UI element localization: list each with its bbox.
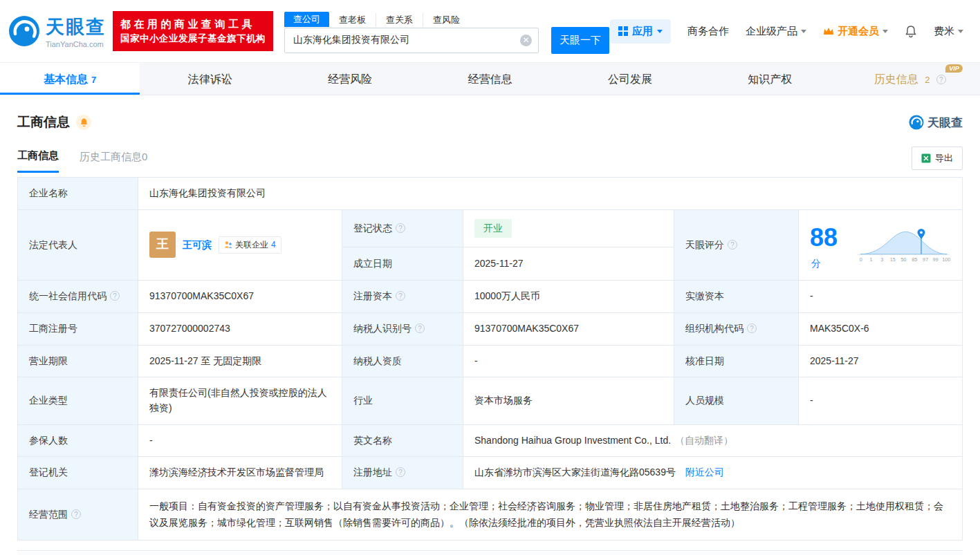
approval-date: 2025-11-27 [810, 355, 859, 366]
reg-authority: 潍坊滨海经济技术开发区市场监督管理局 [149, 467, 324, 478]
subtab-history-business-info[interactable]: 历史工商信息0 [80, 151, 147, 172]
taxpayer-quality: - [474, 355, 478, 366]
business-term: 2025-11-27 至 无固定期限 [149, 355, 261, 366]
tab-operating-info[interactable]: 经营信息 [420, 63, 560, 95]
search-button[interactable]: 天眼一下 [551, 27, 609, 54]
org-code: MAK35C0X-6 [810, 323, 869, 334]
field-label: 营业期限 [29, 355, 68, 366]
help-icon[interactable]: ? [396, 467, 405, 477]
credit-code: 91370700MAK35C0X67 [149, 290, 254, 301]
establish-date: 2025-11-27 [474, 258, 524, 269]
chevron-down-icon [958, 30, 963, 33]
search-tab-relation[interactable]: 查关系 [376, 13, 423, 27]
score-unit: 分 [811, 258, 821, 269]
field-label: 核准日期 [685, 355, 724, 366]
svg-text:1: 1 [869, 257, 872, 263]
tab-basic-info[interactable]: 基本信息7 [0, 63, 140, 95]
table-row: 工商注册号 370727000002743 纳税人识别号? 91370700MA… [18, 312, 963, 345]
grid-icon [618, 26, 628, 36]
table-row: 法定代表人 王 王可滨 关联企业 [18, 209, 963, 247]
clear-search-icon[interactable]: ✕ [520, 35, 532, 46]
tab-legal-proceedings[interactable]: 法律诉讼 [140, 63, 279, 95]
watermark-logo: 天眼查 [909, 115, 963, 131]
business-scope: 一般项目：自有资金投资的资产管理服务；以自有资金从事投资活动；企业管理；社会经济… [149, 500, 943, 529]
table-row: 统一社会信用代码? 91370700MAK35C0X67 注册资本? 10000… [18, 281, 963, 313]
svg-text:3: 3 [880, 257, 883, 263]
subtab-business-info[interactable]: 工商信息 [17, 149, 59, 173]
field-label: 成立日期 [353, 258, 392, 269]
field-label: 法定代表人 [29, 239, 77, 250]
menu-business-cooperation[interactable]: 商务合作 [687, 25, 729, 38]
help-icon[interactable]: ? [71, 509, 81, 519]
table-row: 经营范围? 一般项目：自有资金投资的资产管理服务；以自有资金从事投资活动；企业管… [18, 489, 963, 540]
monitor-bell-button[interactable] [76, 115, 91, 130]
help-icon[interactable]: ? [747, 323, 757, 333]
brand-logo[interactable]: 天眼查 TianYanCha.com [8, 15, 106, 48]
menu-enterprise-products[interactable]: 企业级产品 [746, 25, 806, 38]
search-tab-boss[interactable]: 查老板 [329, 13, 376, 27]
search-input[interactable] [285, 28, 538, 53]
field-label: 组织机构代码 [685, 323, 743, 334]
search-tab-company[interactable]: 查公司 [284, 12, 329, 27]
field-label: 工商注册号 [29, 323, 77, 334]
svg-text:85: 85 [912, 257, 917, 263]
help-icon[interactable]: ? [396, 291, 405, 301]
table-row: 企业类型 有限责任公司(非自然人投资或控股的法人独资) 行业 资本市场服务 人员… [18, 377, 963, 424]
legal-rep-link[interactable]: 王可滨 [183, 238, 212, 253]
tab-operating-risk[interactable]: 经营风险 [280, 63, 420, 95]
help-icon[interactable]: ? [110, 291, 120, 301]
search-tabs: 查公司 查老板 查关系 查风险 [284, 12, 609, 27]
field-label: 参保人数 [29, 435, 68, 446]
tianyancha-logo-icon [8, 15, 40, 47]
help-icon[interactable]: ? [728, 240, 737, 250]
export-button[interactable]: 导出 [912, 147, 963, 170]
field-label: 登记机关 [29, 467, 68, 478]
tab-history-info[interactable]: 历史信息 2 ? VIP [840, 63, 980, 95]
header-menu: 应用 商务合作 企业级产品 开通会员 费米 [610, 19, 963, 44]
tab-count: 7 [91, 75, 96, 85]
business-info-table: 企业名称 山东海化集团投资有限公司 法定代表人 王 王可滨 [17, 177, 963, 540]
table-row: 企业名称 山东海化集团投资有限公司 [18, 178, 963, 210]
tianyancha-logo-icon [909, 115, 924, 130]
field-label: 人员规模 [685, 395, 724, 406]
chevron-down-icon [657, 30, 663, 33]
tab-intellectual-property[interactable]: 知识产权 [700, 63, 840, 95]
menu-open-vip[interactable]: 开通会员 [823, 25, 888, 38]
user-menu[interactable]: 费米 [934, 25, 963, 38]
field-label: 纳税人识别号 [353, 323, 412, 334]
related-companies-icon [224, 241, 232, 249]
taxpayer-id: 91370700MAK35C0X67 [474, 323, 579, 334]
svg-text:50: 50 [900, 257, 906, 263]
chevron-down-icon [882, 30, 888, 33]
avatar[interactable]: 王 [149, 232, 176, 258]
promo-line-2: 国家中小企业发展子基金旗下机构 [120, 32, 266, 46]
reg-number: 370727000002743 [149, 323, 230, 334]
notifications-bell[interactable] [905, 25, 917, 38]
field-label: 注册资本 [353, 290, 392, 301]
help-icon[interactable]: ? [415, 323, 425, 333]
help-icon[interactable]: ? [396, 223, 405, 233]
field-label: 注册地址 [353, 467, 392, 478]
crown-icon [823, 27, 834, 35]
svg-text:100: 100 [942, 257, 950, 263]
staff-size: - [810, 395, 813, 406]
promo-line-1: 都在用的商业查询工具 [120, 17, 266, 32]
score-curve-chart: 0 1 3 15 50 85 97 99 100 [856, 225, 951, 265]
search-tab-risk[interactable]: 查风险 [423, 13, 470, 27]
insured-count: - [149, 435, 153, 446]
field-label: 经营范围 [29, 509, 68, 520]
tab-count: 2 [925, 75, 930, 85]
apps-button[interactable]: 应用 [610, 19, 671, 44]
score-display: 88分 [810, 218, 848, 272]
help-icon[interactable]: ? [936, 75, 946, 84]
apps-label: 应用 [632, 25, 653, 38]
tab-company-development[interactable]: 公司发展 [560, 63, 700, 95]
vip-badge: VIP [945, 64, 963, 73]
field-label: 纳税人资质 [353, 355, 402, 366]
nearby-companies-link[interactable]: 附近公司 [685, 467, 724, 478]
chevron-down-icon [801, 30, 806, 33]
header: 天眼查 TianYanCha.com 都在用的商业查询工具 国家中小企业发展子基… [0, 0, 980, 62]
industry: 资本市场服务 [474, 395, 533, 406]
svg-text:99: 99 [932, 257, 938, 263]
related-companies-tag[interactable]: 关联企业 4 [219, 236, 281, 254]
